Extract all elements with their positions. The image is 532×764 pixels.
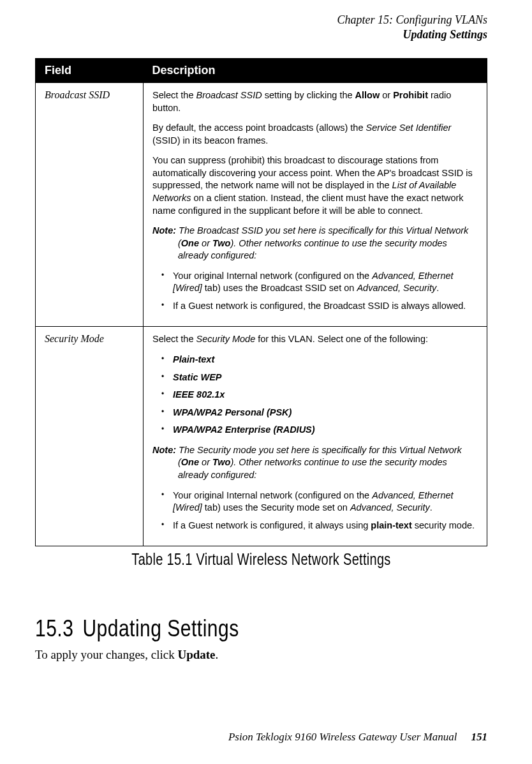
section-heading: 15.3Updating Settings [35, 615, 487, 642]
page: Chapter 15: Configuring VLANs Updating S… [0, 0, 532, 764]
column-header-field: Field [36, 59, 144, 83]
list-item: If a Guest network is configured, it alw… [161, 520, 478, 532]
column-header-description: Description [144, 59, 487, 83]
field-desc-security-mode: Select the Security Mode for this VLAN. … [144, 327, 487, 546]
table-caption: Table 15.1 Virtual Wireless Network Sett… [35, 550, 487, 569]
list-item: WPA/WPA2 Enterprise (RADIUS) [161, 424, 478, 437]
field-description-table: Field Description Broadcast SSID Select … [35, 58, 487, 546]
list-item: Static WEP [161, 371, 478, 384]
body-paragraph: To apply your changes, click Update. [35, 648, 487, 662]
bullet-list: Plain-text Static WEP IEEE 802.1x WPA/WP… [152, 354, 478, 437]
list-item: WPA/WPA2 Personal (PSK) [161, 407, 478, 419]
list-item: IEEE 802.1x [161, 389, 478, 401]
list-item: Your original Internal network (configur… [161, 270, 478, 295]
manual-title: Psion Teklogix 9160 Wireless Gateway Use… [228, 731, 457, 743]
bullet-list: Your original Internal network (configur… [152, 490, 478, 532]
table-row: Security Mode Select the Security Mode f… [36, 327, 487, 546]
header-section: Updating Settings [35, 27, 487, 42]
note: Note: The Broadcast SSID you set here is… [152, 225, 478, 262]
chapter-title: Chapter 15: Configuring VLANs [35, 13, 487, 27]
list-item: Your original Internal network (configur… [161, 490, 478, 514]
list-item: Plain-text [161, 354, 478, 366]
field-name-broadcast-ssid: Broadcast SSID [36, 83, 144, 327]
paragraph: Select the Security Mode for this VLAN. … [152, 333, 478, 346]
table-row: Broadcast SSID Select the Broadcast SSID… [36, 83, 487, 327]
paragraph: By default, the access point broadcasts … [152, 122, 478, 147]
page-footer: Psion Teklogix 9160 Wireless Gateway Use… [228, 731, 487, 744]
section-number: 15.3 [35, 615, 73, 641]
note: Note: The Security mode you set here is … [152, 444, 478, 482]
list-item: If a Guest network is configured, the Br… [161, 300, 478, 313]
paragraph: Select the Broadcast SSID setting by cli… [152, 89, 478, 114]
page-number: 151 [471, 731, 488, 743]
running-header: Chapter 15: Configuring VLANs Updating S… [35, 13, 487, 41]
bullet-list: Your original Internal network (configur… [152, 270, 478, 313]
field-desc-broadcast-ssid: Select the Broadcast SSID setting by cli… [144, 83, 487, 327]
section-title: Updating Settings [82, 615, 239, 641]
field-name-security-mode: Security Mode [36, 327, 144, 546]
paragraph: You can suppress (prohibit) this broadca… [152, 154, 478, 217]
